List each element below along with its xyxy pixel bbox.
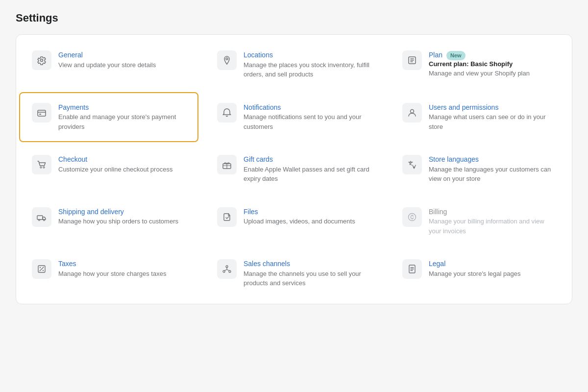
setting-desc-files: Upload images, videos, and documents bbox=[244, 217, 355, 226]
setting-item-plan[interactable]: PlanNew Current plan: Basic Shopify Mana… bbox=[391, 41, 568, 89]
setting-text-checkout: Checkout Customize your online checkout … bbox=[58, 155, 172, 174]
storelanguages-icon bbox=[402, 155, 422, 174]
svg-point-6 bbox=[43, 167, 45, 168]
setting-item-billing[interactable]: Billing Manage your billing information … bbox=[391, 197, 568, 246]
setting-title-files: Files bbox=[244, 208, 258, 216]
setting-title-legal: Legal bbox=[429, 260, 445, 268]
setting-text-taxes: Taxes Manage how your store charges taxe… bbox=[58, 259, 166, 278]
files-icon bbox=[217, 207, 237, 227]
setting-title-storelanguages: Store languages bbox=[429, 155, 479, 163]
svg-point-10 bbox=[44, 219, 45, 220]
shipping-icon bbox=[32, 207, 51, 227]
svg-point-9 bbox=[39, 219, 40, 220]
svg-point-4 bbox=[411, 109, 414, 113]
setting-text-notifications: Notifications Manage notifications sent … bbox=[244, 103, 371, 132]
setting-desc-general: View and update your store details bbox=[58, 60, 156, 70]
setting-desc-saleschannels: Manage the channels you use to sell your… bbox=[244, 269, 371, 288]
setting-text-shipping: Shipping and delivery Manage how you shi… bbox=[58, 207, 178, 226]
svg-rect-2 bbox=[38, 110, 46, 116]
setting-item-checkout[interactable]: Checkout Customize your online checkout … bbox=[20, 145, 197, 194]
setting-title-locations: Locations bbox=[244, 51, 273, 59]
settings-page: Settings General View and update your st… bbox=[0, 0, 588, 316]
svg-point-14 bbox=[223, 270, 225, 272]
setting-desc-notifications: Manage notifications sent to you and you… bbox=[244, 112, 371, 131]
setting-text-files: Files Upload images, videos, and documen… bbox=[244, 207, 355, 226]
setting-item-notifications[interactable]: Notifications Manage notifications sent … bbox=[205, 93, 383, 142]
setting-desc-storelanguages: Manage the languages your customers can … bbox=[429, 165, 556, 184]
general-icon bbox=[32, 50, 51, 70]
setting-desc-legal: Manage your store's legal pages bbox=[429, 269, 520, 279]
saleschannels-icon bbox=[217, 259, 237, 279]
legal-icon bbox=[402, 259, 422, 279]
setting-title-giftcards: Gift cards bbox=[244, 155, 273, 163]
setting-desc-locations: Manage the places you stock inventory, f… bbox=[244, 60, 371, 79]
settings-grid: General View and update your store detai… bbox=[16, 39, 572, 300]
setting-desc-payments: Enable and manage your store's payment p… bbox=[58, 112, 186, 131]
setting-title-notifications: Notifications bbox=[244, 103, 281, 111]
checkout-icon bbox=[32, 155, 51, 174]
setting-item-users[interactable]: Users and permissions Manage what users … bbox=[391, 93, 568, 142]
setting-item-files[interactable]: Files Upload images, videos, and documen… bbox=[205, 197, 383, 246]
plan-subtitle: Current plan: Basic Shopify bbox=[429, 60, 530, 68]
svg-point-5 bbox=[40, 167, 42, 168]
setting-item-saleschannels[interactable]: Sales channels Manage the channels you u… bbox=[205, 249, 383, 298]
setting-item-storelanguages[interactable]: Store languages Manage the languages you… bbox=[391, 145, 568, 194]
taxes-icon bbox=[32, 259, 51, 279]
setting-title-taxes: Taxes bbox=[58, 260, 76, 268]
svg-rect-3 bbox=[39, 114, 41, 115]
setting-desc-plan: Manage and view your Shopify plan bbox=[429, 69, 530, 78]
svg-point-15 bbox=[229, 270, 231, 272]
setting-title-saleschannels: Sales channels bbox=[244, 260, 290, 268]
setting-item-general[interactable]: General View and update your store detai… bbox=[20, 41, 197, 89]
setting-desc-users: Manage what users can see or do in your … bbox=[429, 112, 556, 131]
plan-badge: New bbox=[446, 51, 466, 60]
setting-title-payments: Payments bbox=[58, 103, 89, 111]
setting-text-legal: Legal Manage your store's legal pages bbox=[429, 259, 520, 278]
setting-text-general: General View and update your store detai… bbox=[58, 50, 156, 70]
plan-icon bbox=[402, 50, 422, 70]
setting-title-users: Users and permissions bbox=[429, 103, 498, 111]
setting-text-payments: Payments Enable and manage your store's … bbox=[58, 103, 186, 132]
setting-item-payments[interactable]: Payments Enable and manage your store's … bbox=[19, 92, 198, 143]
setting-title-checkout: Checkout bbox=[58, 155, 87, 163]
setting-item-locations[interactable]: Locations Manage the places you stock in… bbox=[205, 41, 383, 89]
svg-point-0 bbox=[226, 58, 228, 60]
setting-item-legal[interactable]: Legal Manage your store's legal pages bbox=[391, 249, 568, 298]
setting-title-shipping: Shipping and delivery bbox=[58, 208, 124, 216]
setting-text-saleschannels: Sales channels Manage the channels you u… bbox=[244, 259, 371, 288]
setting-desc-giftcards: Enable Apple Wallet passes and set gift … bbox=[244, 165, 371, 184]
setting-desc-taxes: Manage how your store charges taxes bbox=[58, 269, 166, 279]
billing-icon bbox=[402, 207, 422, 227]
settings-container: General View and update your store detai… bbox=[16, 34, 572, 304]
setting-desc-checkout: Customize your online checkout process bbox=[58, 165, 172, 174]
setting-desc-billing: Manage your billing information and view… bbox=[429, 217, 556, 236]
locations-icon bbox=[217, 50, 237, 70]
setting-text-billing: Billing Manage your billing information … bbox=[429, 207, 556, 236]
page-title: Settings bbox=[16, 12, 572, 24]
setting-text-locations: Locations Manage the places you stock in… bbox=[244, 50, 371, 79]
setting-item-shipping[interactable]: Shipping and delivery Manage how you shi… bbox=[20, 197, 197, 246]
payments-icon bbox=[32, 103, 51, 122]
setting-item-giftcards[interactable]: Gift cards Enable Apple Wallet passes an… bbox=[205, 145, 383, 194]
notifications-icon bbox=[217, 103, 237, 122]
users-icon bbox=[402, 103, 422, 122]
giftcards-icon bbox=[217, 155, 237, 174]
setting-text-plan: PlanNew Current plan: Basic Shopify Mana… bbox=[429, 50, 530, 78]
setting-text-storelanguages: Store languages Manage the languages you… bbox=[429, 155, 556, 184]
setting-desc-shipping: Manage how you ship orders to customers bbox=[58, 217, 178, 226]
setting-text-users: Users and permissions Manage what users … bbox=[429, 103, 556, 132]
setting-title-billing: Billing bbox=[429, 208, 447, 216]
setting-item-taxes[interactable]: Taxes Manage how your store charges taxe… bbox=[20, 249, 197, 298]
svg-rect-8 bbox=[37, 216, 43, 220]
setting-title-general: General bbox=[58, 51, 83, 59]
setting-title-plan: PlanNew bbox=[429, 51, 466, 59]
svg-point-11 bbox=[409, 213, 416, 220]
setting-text-giftcards: Gift cards Enable Apple Wallet passes an… bbox=[244, 155, 371, 184]
